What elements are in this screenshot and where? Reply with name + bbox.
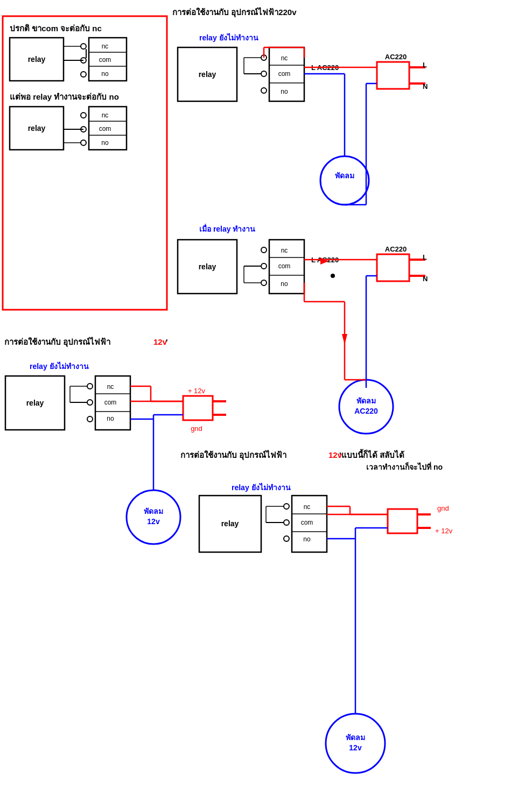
page-container: ปรกติ ขาcom จะต่อกับ nc relay nc com no … [0,0,532,808]
svg-point-9 [81,44,86,49]
svg-rect-78 [377,254,409,281]
svg-point-11 [81,72,86,77]
section1-title: การต่อใช้งานกับ อุปกรณ์ไฟฟ้า220v [172,7,297,18]
svg-text:gnd: gnd [191,424,202,433]
svg-text:relay: relay [26,399,44,407]
svg-text:nc: nc [281,247,288,254]
svg-text:N: N [423,82,428,90]
svg-text:relay: relay [28,55,46,64]
svg-text:AC220: AC220 [385,53,407,61]
svg-text:nc: nc [281,54,288,62]
svg-text:com: com [99,56,111,64]
svg-point-147 [284,520,289,525]
svg-point-27 [81,140,86,145]
svg-text:การต่อใช้งานกับ  อุปกรณ์ไฟฟ้า: การต่อใช้งานกับ อุปกรณ์ไฟฟ้า [180,450,286,461]
svg-text:com: com [278,70,291,78]
svg-text:nc: nc [102,112,109,119]
svg-point-146 [284,504,289,509]
svg-text:'แบบนี้ก็ได้  สลับได้: 'แบบนี้ก็ได้ สลับได้ [339,449,405,459]
svg-text:com: com [104,399,117,406]
relay-active-label: เมื่อ relay ทำงาน [199,224,255,233]
svg-text:relay ยังไม่ทำงาน: relay ยังไม่ทำงาน [30,361,89,371]
svg-text:พัดลม: พัดลม [335,171,354,180]
svg-point-72 [261,263,267,269]
svg-text:no: no [281,280,288,288]
svg-text:nc: nc [102,43,109,50]
svg-text:relay: relay [199,70,216,79]
svg-text:พัดลม: พัดลม [144,507,163,516]
svg-text:แต่พอ  relay ทำงานจะต่อกับ  no: แต่พอ relay ทำงานจะต่อกับ no [10,92,119,101]
svg-text:com: com [301,519,313,526]
relay-inactive-label1: relay ยังไม่ทำงาน [199,33,258,42]
info-title-normal: ปรกติ ขาcom จะต่อกับ nc [10,24,102,33]
svg-text:พัดลม: พัดลม [356,396,376,405]
svg-text:nc: nc [107,383,114,391]
svg-text:com: com [278,262,291,270]
svg-rect-46 [377,62,409,89]
svg-text:N: N [423,275,428,283]
svg-text:no: no [107,415,114,422]
svg-point-92 [331,274,335,278]
svg-point-58 [320,156,369,205]
svg-text:เวลาทำงานก็จะไปที่  no: เวลาทำงานก็จะไปที่ no [366,462,443,471]
svg-point-113 [87,416,93,422]
svg-rect-152 [388,509,417,533]
svg-text:พัดลม: พัดลม [346,733,365,742]
svg-text:no: no [281,88,288,95]
svg-text:L: L [423,61,427,69]
svg-marker-89 [342,334,347,345]
svg-text:12v: 12v [147,517,160,526]
svg-text:12v: 12v [349,743,362,752]
svg-text:com: com [99,125,111,133]
svg-point-73 [261,280,267,285]
svg-text:nc: nc [304,503,311,511]
svg-text:gnd: gnd [437,504,449,512]
svg-text:': ' [166,337,168,346]
svg-text:การต่อใช้งานกับ  อุปกรณ์ไฟฟ้า: การต่อใช้งานกับ อุปกรณ์ไฟฟ้า [4,337,110,347]
svg-point-41 [261,88,267,93]
svg-point-71 [261,247,267,253]
svg-text:+ 12v: + 12v [435,527,453,535]
svg-point-40 [261,71,267,76]
svg-point-148 [284,536,289,541]
svg-text:12v: 12v [153,337,167,346]
svg-point-111 [87,384,93,389]
svg-text:+ 12v: + 12v [188,387,206,395]
svg-text:relay: relay [28,124,46,133]
svg-text:L: L [423,253,427,261]
svg-text:no: no [101,70,109,78]
svg-text:relay: relay [221,519,239,528]
svg-text:relay: relay [199,262,216,271]
svg-point-112 [87,400,93,405]
svg-text:no: no [303,535,311,543]
svg-rect-117 [183,396,213,420]
svg-point-25 [81,113,86,118]
svg-text:no: no [101,139,109,147]
svg-text:relay ยังไม่ทำงาน: relay ยังไม่ทำงาน [232,483,291,492]
svg-text:AC220: AC220 [354,407,378,415]
svg-text:AC220: AC220 [385,245,407,253]
